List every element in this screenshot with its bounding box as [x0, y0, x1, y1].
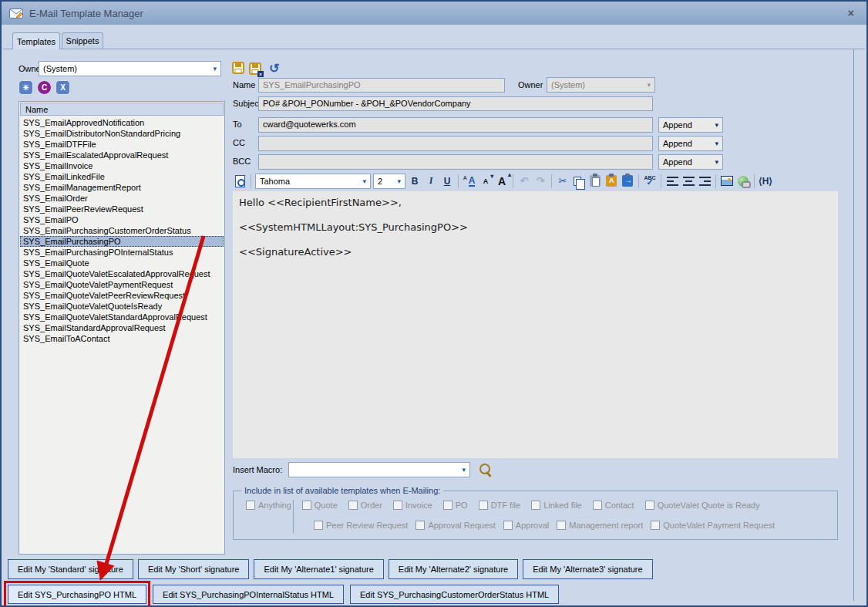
tab-snippets-label: Snippets — [66, 36, 99, 46]
font-color-button[interactable]: A — [463, 174, 476, 189]
font-family-dropdown[interactable]: Tahoma ▾ — [255, 174, 371, 189]
list-item[interactable]: SYS_EmailQuoteValetStandardApprovalReque… — [20, 312, 224, 322]
increase-font-button[interactable]: A — [495, 174, 509, 189]
edit-signature-button[interactable]: Edit My 'Alternate2' signature — [389, 559, 518, 579]
edit-html-button[interactable]: Edit SYS_PurchasingPOInternalStatus HTML — [153, 585, 344, 604]
list-item[interactable]: SYS_EmailPeerReviewRequest — [20, 204, 224, 214]
edit-signature-button[interactable]: Edit My 'Alternate3' signature — [523, 559, 652, 579]
list-item[interactable]: SYS_EmailEscalatedApprovalRequest — [20, 150, 224, 160]
checkbox-icon — [314, 521, 323, 530]
cc-field[interactable] — [258, 136, 653, 151]
spell-check-button[interactable]: ABC ✓ — [643, 174, 657, 189]
paste-button[interactable] — [588, 174, 602, 189]
list-item[interactable]: SYS_EmailToAContact — [20, 333, 224, 344]
cc-append-dropdown[interactable]: Append ▾ — [658, 136, 723, 151]
checkbox-label: Approval Request — [428, 521, 495, 530]
copy-template-button[interactable]: C — [37, 80, 52, 95]
align-left-icon — [667, 177, 678, 186]
align-right-button[interactable] — [698, 174, 712, 189]
list-item[interactable]: SYS_EmailLinkedFile — [20, 171, 224, 182]
cc-append-value: Append — [663, 139, 692, 148]
insert-image-button[interactable] — [720, 174, 734, 189]
include-checkbox-item: Anything — [246, 501, 291, 510]
list-item-label: SYS_EmailApprovedNotification — [23, 118, 144, 127]
list-item[interactable]: SYS_EmailQuote — [20, 258, 224, 268]
align-center-button[interactable] — [681, 174, 695, 189]
underline-button[interactable]: U — [440, 174, 454, 189]
to-append-dropdown[interactable]: Append ▾ — [658, 117, 723, 133]
email-template-icon — [9, 8, 23, 19]
edit-signature-button[interactable]: Edit My 'Alternate1' signature — [254, 559, 383, 579]
italic-button[interactable]: I — [424, 174, 438, 189]
html-buttons-row: Edit SYS_PurchasingPO HTML Edit SYS_Purc… — [8, 585, 559, 604]
undo-button: ↶ — [517, 174, 531, 189]
body-line — [239, 234, 832, 246]
checkbox-label: Peer Review Request — [326, 521, 408, 530]
list-item[interactable]: SYS_EmailInvoice — [20, 160, 224, 171]
list-item[interactable]: SYS_EmailStandardApprovalRequest — [20, 322, 224, 333]
list-item[interactable]: SYS_EmailQuoteValetEscalatedApprovalRequ… — [20, 268, 224, 279]
cut-button[interactable]: ✂ — [556, 174, 570, 189]
list-item[interactable]: SYS_EmailQuoteValetQuoteIsReady — [20, 301, 224, 312]
list-item[interactable]: SYS_EmailDistributorNonStandardPricing — [20, 128, 224, 139]
list-item[interactable]: SYS_EmailQuoteValetPaymentRequest — [20, 279, 224, 290]
checkbox-icon — [479, 501, 488, 510]
bold-button[interactable]: B — [408, 174, 422, 189]
paste-text-button[interactable] — [604, 174, 618, 189]
list-item[interactable]: SYS_EmailApprovedNotification — [20, 117, 224, 128]
tab-snippets[interactable]: Snippets — [62, 32, 103, 49]
font-size-dropdown[interactable]: 2 ▾ — [373, 174, 405, 189]
paste-text-icon — [606, 175, 617, 187]
macro-search-button[interactable] — [479, 464, 493, 477]
insert-link-button[interactable] — [736, 174, 750, 189]
edit-html-button[interactable]: Edit SYS_PurchasingCustomerOrderStatus H… — [350, 585, 559, 604]
bcc-field[interactable] — [258, 154, 653, 170]
template-list-items: SYS_EmailApprovedNotification SYS_EmailD… — [20, 117, 224, 553]
undo-changes-button[interactable]: ↺ — [269, 62, 279, 75]
include-checkbox-item: QuoteValet Quote is Ready — [645, 501, 760, 510]
redo-button: ↷ — [533, 174, 547, 189]
edit-signature-button[interactable]: Edit My 'Standard' signature — [8, 559, 133, 579]
save-button[interactable] — [232, 62, 244, 76]
list-item-label: SYS_EmailPO — [23, 215, 79, 224]
list-item[interactable]: SYS_EmailPO — [20, 214, 224, 225]
html-source-button[interactable]: ⟨H⟩ — [759, 174, 772, 189]
copy-icon — [574, 177, 581, 186]
image-icon — [721, 176, 733, 186]
owner-filter-dropdown[interactable]: (System) ▾ — [39, 61, 221, 76]
print-preview-button[interactable] — [233, 174, 247, 189]
close-icon[interactable]: × — [848, 7, 854, 19]
tab-templates[interactable]: Templates — [12, 32, 60, 49]
paste-special-button[interactable] — [621, 174, 634, 189]
edit-signature-button[interactable]: Edit My 'Short' signature — [138, 559, 250, 579]
list-item[interactable]: SYS_EmailManagementReport — [20, 182, 224, 193]
delete-template-button[interactable]: X — [56, 80, 70, 95]
insert-macro-dropdown[interactable]: ▾ — [288, 462, 470, 477]
list-item[interactable]: SYS_EmailPurchasingCustomerOrderStatus — [20, 225, 224, 236]
bcc-append-dropdown[interactable]: Append ▾ — [658, 154, 723, 170]
list-item[interactable]: SYS_EmailDTFFile — [20, 139, 224, 150]
checkbox-icon — [348, 501, 358, 510]
list-item[interactable]: SYS_EmailPurchasingPOInternalStatus — [20, 247, 224, 258]
email-body-editor[interactable]: Hello <<RecipientFirstName>>, <<SystemHT… — [233, 191, 838, 458]
include-checkbox-item: Contact — [593, 501, 634, 510]
list-item[interactable]: SYS_EmailQuoteValetPeerReviewRequest — [20, 290, 224, 301]
checkbox-label: Quote — [315, 501, 338, 510]
new-template-button[interactable]: ✳ — [19, 80, 33, 95]
decrease-font-button[interactable]: A — [479, 174, 493, 189]
save-close-button[interactable]: x — [249, 62, 261, 75]
edit-html-button[interactable]: Edit SYS_PurchasingPO HTML — [8, 585, 146, 604]
body-line: Hello <<RecipientFirstName>>, — [239, 197, 832, 209]
chevron-down-icon: ▾ — [715, 140, 718, 147]
list-item[interactable]: SYS_EmailOrder — [20, 193, 224, 204]
checkbox-icon — [393, 501, 402, 510]
checkbox-label: PO — [456, 501, 468, 510]
list-item[interactable]: SYS_EmailPurchasingPO — [20, 236, 224, 247]
list-item-label: SYS_EmailQuoteValetEscalatedApprovalRequ… — [23, 269, 210, 278]
name-field: SYS_EmailPurchasingPO — [258, 78, 505, 93]
to-field[interactable]: cward@quotewerks.com — [258, 117, 653, 133]
subject-field[interactable]: PO# &POH_PONumber - &POH_&POVendorCompan… — [258, 96, 653, 111]
list-item-label: SYS_EmailToAContact — [23, 334, 110, 343]
align-left-button[interactable] — [665, 174, 679, 189]
copy-button[interactable] — [572, 174, 586, 189]
